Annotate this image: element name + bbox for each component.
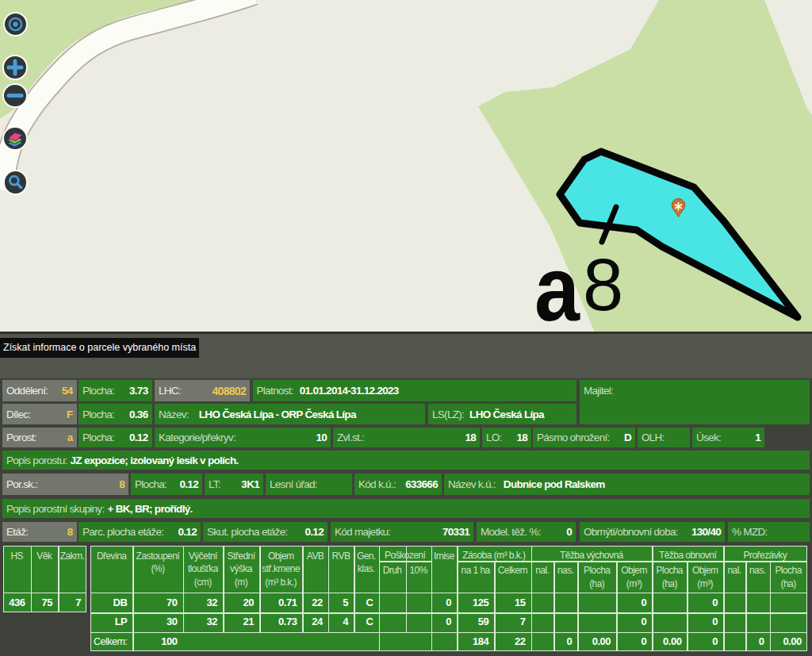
svg-text:a: a	[534, 238, 580, 332]
svg-text:8: 8	[583, 244, 623, 325]
